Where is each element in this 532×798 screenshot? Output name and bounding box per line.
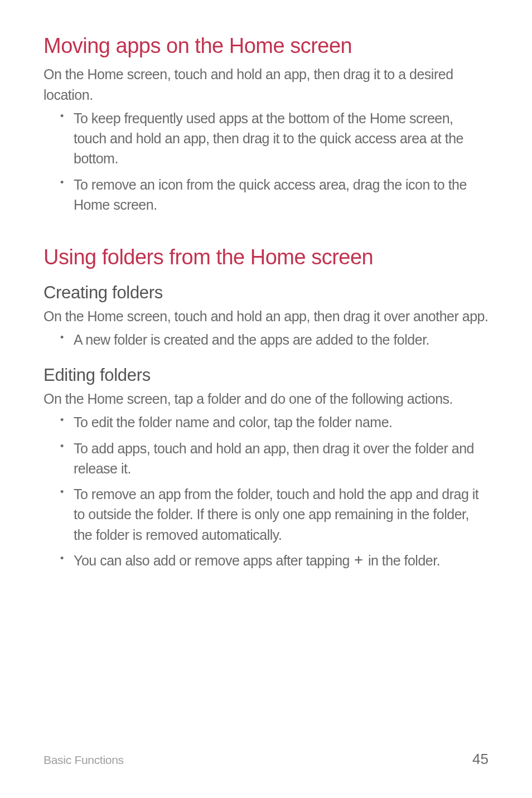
list-moving-apps: To keep frequently used apps at the bott… [43,108,489,215]
list-item: To add apps, touch and hold an app, then… [43,438,489,479]
footer-page-number: 45 [472,751,489,768]
page-footer: Basic Functions 45 [43,751,489,768]
list-item: To remove an app from the folder, touch … [43,484,489,545]
list-editing-folders: To edit the folder name and color, tap t… [43,412,489,572]
heading-using-folders: Using folders from the Home screen [43,244,489,271]
list-item-text-pre: You can also add or remove apps after ta… [74,553,353,568]
heading-creating-folders: Creating folders [43,283,489,303]
list-item: To keep frequently used apps at the bott… [43,108,489,169]
intro-moving-apps: On the Home screen, touch and hold an ap… [43,64,489,105]
footer-section-name: Basic Functions [43,753,124,767]
heading-moving-apps: Moving apps on the Home screen [43,32,489,60]
list-item: A new folder is created and the apps are… [43,330,489,350]
intro-creating-folders: On the Home screen, touch and hold an ap… [43,306,489,326]
list-item: To edit the folder name and color, tap t… [43,412,489,432]
list-item: You can also add or remove apps after ta… [43,550,489,572]
list-item: To remove an icon from the quick access … [43,175,489,215]
list-creating-folders: A new folder is created and the apps are… [43,330,489,350]
intro-editing-folders: On the Home screen, tap a folder and do … [43,389,489,409]
heading-editing-folders: Editing folders [43,365,489,385]
plus-icon [353,550,364,570]
list-item-text-post: in the folder. [364,553,440,568]
